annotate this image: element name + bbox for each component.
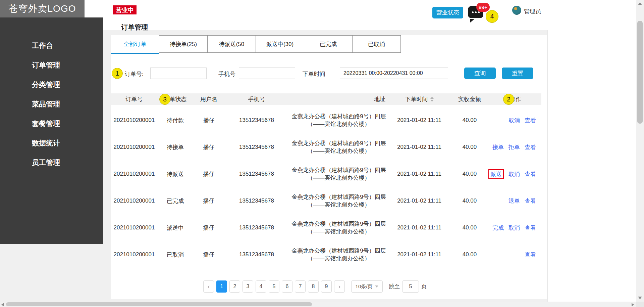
tab-已取消[interactable]: 已取消 xyxy=(352,35,401,53)
table-header-row: 订单号订单状态用户名手机号地址下单时间实收金额操作 xyxy=(111,93,541,105)
scroll-left-arrow-icon[interactable] xyxy=(1,303,4,306)
action-link-取消[interactable]: 取消 xyxy=(508,170,520,178)
order-time-cell: 2021-01-02 11:11 xyxy=(389,251,449,258)
address-line-2: （——宾馆北侧办公楼） xyxy=(288,174,389,182)
order-no-cell: 2021010200001 xyxy=(111,198,158,204)
table-row: 2021010200001待派送播仔13512345678金燕龙办公楼（建材城西… xyxy=(111,161,541,187)
tab-待派送(50[interactable]: 待派送(50 xyxy=(207,35,256,53)
vertical-scrollbar[interactable] xyxy=(636,0,644,302)
address-cell: 金燕龙办公楼（建材城西路9号）四层（——宾馆北侧办公楼） xyxy=(288,220,389,235)
tab-待接单(25)[interactable]: 待接单(25) xyxy=(159,35,208,53)
sidebar-item-数据统计[interactable]: 数据统计 xyxy=(0,133,103,153)
pagination-page-2[interactable]: 2 xyxy=(229,280,240,293)
tab-已完成[interactable]: 已完成 xyxy=(304,35,353,53)
page-size-select[interactable]: 10条/页 xyxy=(351,280,383,293)
jump-page-input[interactable] xyxy=(402,280,419,293)
pagination-page-7[interactable]: 7 xyxy=(295,280,306,293)
actions-cell: 查看 xyxy=(490,251,541,259)
action-link-查看[interactable]: 查看 xyxy=(525,143,536,151)
tab-全部订单[interactable]: 全部订单 xyxy=(111,35,159,53)
message-count-badge: 99+ xyxy=(476,3,490,12)
pagination-prev-button[interactable]: ‹ xyxy=(203,280,214,293)
pagination-page-4[interactable]: 4 xyxy=(256,280,266,293)
pagination-page-1[interactable]: 1 xyxy=(216,280,227,293)
annotation-circle-2: 2 xyxy=(503,94,514,105)
column-header-label: 地址 xyxy=(374,95,385,103)
column-header-label: 订单号 xyxy=(126,95,143,103)
sidebar-nav: 工作台订单管理分类管理菜品管理套餐管理数据统计员工管理 xyxy=(0,17,103,244)
address-line-1: 金燕龙办公楼（建材城西路9号）四层 xyxy=(288,139,389,147)
action-link-查看[interactable]: 查看 xyxy=(525,224,536,232)
order-time-range-input[interactable] xyxy=(340,68,448,79)
column-header-操作: 操作 xyxy=(490,95,541,103)
action-link-派送[interactable]: 派送 xyxy=(490,171,502,177)
horizontal-scrollbar-thumb[interactable] xyxy=(6,302,312,306)
phone-input[interactable] xyxy=(239,68,295,79)
user-avatar[interactable] xyxy=(512,6,521,15)
annotation-circle-4: 4 xyxy=(486,10,498,23)
order-no-cell: 2021010200001 xyxy=(111,171,158,177)
action-link-接单[interactable]: 接单 xyxy=(492,143,504,151)
scroll-up-arrow-icon[interactable] xyxy=(638,2,642,5)
action-link-完成[interactable]: 完成 xyxy=(492,224,504,232)
amount-cell: 40.00 xyxy=(449,224,490,231)
pagination-bar: ‹123456789›10条/页跳至页 xyxy=(203,280,427,293)
order-status-tabs: 全部订单待接单(25)待派送(50派送中(30)已完成已取消 xyxy=(111,35,401,53)
pagination-page-8[interactable]: 8 xyxy=(308,280,319,293)
user-name-cell: 播仔 xyxy=(193,224,225,232)
action-link-取消[interactable]: 取消 xyxy=(508,224,520,232)
sidebar-item-工作台[interactable]: 工作台 xyxy=(0,36,103,55)
action-link-取消[interactable]: 取消 xyxy=(508,117,520,124)
column-header-实收金额: 实收金额 xyxy=(449,95,490,103)
sort-toggle-icon[interactable] xyxy=(430,97,434,102)
pagination-page-6[interactable]: 6 xyxy=(282,280,292,293)
horizontal-scrollbar[interactable] xyxy=(0,302,636,307)
pagination-page-5[interactable]: 5 xyxy=(269,280,279,293)
scrollbar-corner xyxy=(636,302,644,307)
sidebar-item-订单管理[interactable]: 订单管理 xyxy=(0,55,103,75)
address-cell: 金燕龙办公楼（建材城西路9号）四层（——宾馆北侧办公楼） xyxy=(288,247,389,262)
app-logo: 苍穹外卖LOGO xyxy=(0,0,85,17)
action-link-退单[interactable]: 退单 xyxy=(508,197,520,205)
column-header-下单时间: 下单时间 xyxy=(389,95,449,103)
user-name-cell: 播仔 xyxy=(193,251,225,259)
pagination-page-3[interactable]: 3 xyxy=(243,280,253,293)
order-status-cell: 派送中 xyxy=(158,224,193,232)
business-status-button[interactable]: 营业状态 xyxy=(432,7,463,18)
jump-to-label: 跳至 xyxy=(389,283,400,290)
order-status-cell: 待派送 xyxy=(158,170,193,178)
action-link-拒单[interactable]: 拒单 xyxy=(508,143,520,151)
column-header-label: 用户名 xyxy=(200,95,217,103)
phone-label: 手机号 xyxy=(218,70,235,78)
phone-cell: 13512345678 xyxy=(225,251,288,258)
action-link-查看[interactable]: 查看 xyxy=(525,197,536,205)
phone-cell: 13512345678 xyxy=(225,171,288,177)
sidebar-item-菜品管理[interactable]: 菜品管理 xyxy=(0,94,103,114)
order-no-input[interactable] xyxy=(150,68,207,79)
vertical-scrollbar-thumb[interactable] xyxy=(637,21,643,124)
pagination-next-button[interactable]: › xyxy=(334,280,345,293)
address-line-1: 金燕龙办公楼（建材城西路9号）四层 xyxy=(288,220,389,228)
phone-cell: 13512345678 xyxy=(225,144,288,150)
page-title: 订单管理 xyxy=(121,23,148,32)
reset-button[interactable]: 重置 xyxy=(502,68,533,79)
phone-cell: 13512345678 xyxy=(225,198,288,204)
actions-cell: 退单查看 xyxy=(490,197,541,205)
scroll-down-arrow-icon[interactable] xyxy=(638,297,642,299)
query-button[interactable]: 查询 xyxy=(464,68,496,79)
address-line-2: （——宾馆北侧办公楼） xyxy=(288,147,389,155)
order-time-cell: 2021-01-02 11:11 xyxy=(389,198,449,204)
action-link-查看[interactable]: 查看 xyxy=(525,170,536,178)
table-row: 2021010200001待接单播仔13512345678金燕龙办公楼（建材城西… xyxy=(111,134,541,161)
scroll-right-arrow-icon[interactable] xyxy=(632,303,634,306)
order-status-cell: 待接单 xyxy=(158,143,193,151)
sidebar-item-员工管理[interactable]: 员工管理 xyxy=(0,153,103,172)
action-link-查看[interactable]: 查看 xyxy=(525,117,536,124)
amount-cell: 40.00 xyxy=(449,251,490,258)
page-size-value: 10条/页 xyxy=(356,283,373,290)
action-link-查看[interactable]: 查看 xyxy=(525,251,536,259)
tab-派送中(30)[interactable]: 派送中(30) xyxy=(256,35,304,53)
pagination-page-9[interactable]: 9 xyxy=(321,280,332,293)
sidebar-item-分类管理[interactable]: 分类管理 xyxy=(0,75,103,94)
sidebar-item-套餐管理[interactable]: 套餐管理 xyxy=(0,114,103,133)
